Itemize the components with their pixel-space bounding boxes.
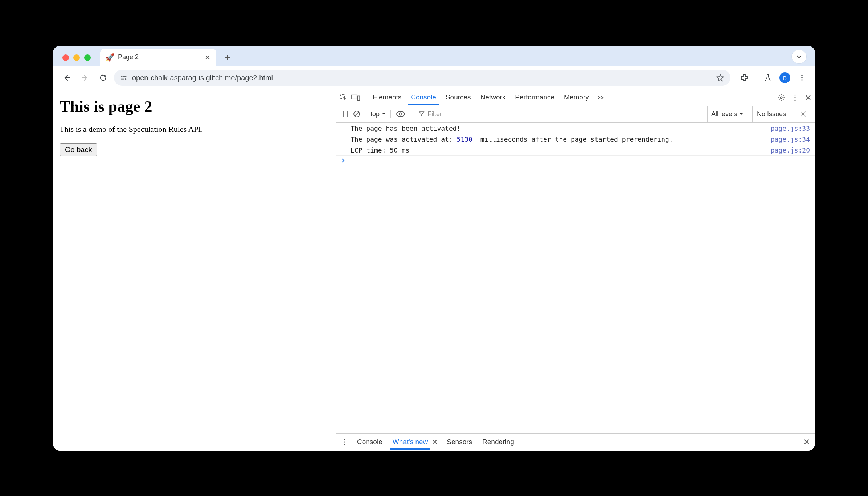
url-text: open-chalk-asparagus.glitch.me/page2.htm… — [132, 74, 712, 82]
drawer-menu-icon[interactable] — [341, 438, 348, 446]
console-message: The page has been activated! page.js:33 — [336, 123, 815, 134]
tab-favicon: 🚀 — [105, 53, 114, 62]
console-toolbar: top Filter All levels — [336, 106, 815, 123]
toggle-sidebar-icon[interactable] — [340, 110, 348, 118]
clear-console-icon[interactable] — [353, 110, 361, 118]
message-text: The page was activated at: 5130 millisec… — [351, 135, 765, 143]
labs-icon[interactable] — [761, 71, 774, 84]
drawer-tab-sensors[interactable]: Sensors — [446, 434, 473, 450]
devtools-settings-icon[interactable] — [777, 94, 785, 102]
drawer-close-icon[interactable] — [803, 439, 810, 445]
forward-button[interactable] — [78, 70, 92, 85]
svg-point-12 — [794, 97, 795, 98]
svg-point-18 — [397, 111, 405, 117]
svg-point-22 — [344, 441, 345, 442]
tab-strip: 🚀 Page 2 — [53, 46, 815, 66]
drawer-tab-close-icon[interactable] — [432, 439, 437, 444]
svg-rect-1 — [123, 76, 126, 77]
inspect-element-icon[interactable] — [340, 94, 348, 102]
drawer-tab-rendering[interactable]: Rendering — [482, 434, 515, 450]
devtools-close-icon[interactable] — [805, 94, 811, 101]
devtools-panel: Elements Console Sources Network Perform… — [336, 90, 815, 451]
svg-point-13 — [794, 99, 795, 101]
filter-icon — [419, 111, 425, 117]
tab-close-button[interactable] — [204, 54, 211, 61]
live-expression-icon[interactable] — [396, 111, 405, 117]
console-messages: The page has been activated! page.js:33 … — [336, 123, 815, 433]
browser-menu-icon[interactable] — [795, 71, 808, 84]
svg-point-20 — [802, 113, 804, 115]
browser-toolbar: open-chalk-asparagus.glitch.me/page2.htm… — [53, 66, 815, 90]
svg-rect-3 — [121, 79, 124, 80]
toolbar-right: B — [734, 71, 808, 84]
console-message: LCP time: 50 ms page.js:20 — [336, 145, 815, 156]
tabs-dropdown-button[interactable] — [792, 50, 806, 63]
devtools-drawer: Console What's new Sensors Rendering — [336, 433, 815, 451]
bookmark-star-icon[interactable] — [716, 73, 725, 82]
svg-line-17 — [355, 112, 359, 116]
issues-label: No Issues — [757, 110, 786, 118]
svg-rect-9 — [358, 96, 360, 100]
page-viewport: This is page 2 This is a demo of the Spe… — [53, 90, 336, 451]
profile-avatar[interactable]: B — [779, 72, 790, 83]
window-controls — [58, 54, 95, 66]
svg-point-5 — [801, 77, 803, 78]
address-bar[interactable]: open-chalk-asparagus.glitch.me/page2.htm… — [114, 70, 730, 86]
devtools-tab-bar: Elements Console Sources Network Perform… — [336, 90, 815, 106]
svg-rect-8 — [352, 95, 357, 99]
console-settings-icon[interactable] — [795, 110, 811, 118]
back-button[interactable] — [60, 70, 74, 85]
message-source-link[interactable]: page.js:34 — [771, 135, 810, 143]
svg-point-10 — [780, 97, 782, 99]
site-settings-icon[interactable] — [120, 74, 128, 82]
log-levels-selector[interactable]: All levels — [707, 106, 747, 122]
browser-tab[interactable]: 🚀 Page 2 — [100, 49, 216, 66]
tab-memory[interactable]: Memory — [562, 90, 590, 105]
message-source-link[interactable]: page.js:33 — [771, 125, 810, 132]
context-selector[interactable]: top — [370, 110, 386, 118]
filter-placeholder: Filter — [427, 110, 442, 118]
maximize-window-button[interactable] — [84, 54, 91, 61]
context-label: top — [370, 110, 380, 118]
tab-elements[interactable]: Elements — [371, 90, 403, 105]
reload-button[interactable] — [96, 70, 110, 85]
browser-window: 🚀 Page 2 open-chalk- — [53, 46, 815, 451]
drawer-tab-console[interactable]: Console — [356, 434, 383, 450]
svg-point-23 — [344, 444, 345, 445]
console-filter-input[interactable]: Filter — [415, 108, 702, 120]
issues-button[interactable]: No Issues — [752, 106, 790, 122]
console-prompt[interactable] — [336, 156, 815, 165]
device-toolbar-icon[interactable] — [351, 94, 360, 101]
svg-point-2 — [125, 78, 127, 80]
levels-label: All levels — [711, 110, 737, 118]
new-tab-button[interactable] — [220, 50, 234, 65]
tab-title: Page 2 — [118, 53, 200, 61]
more-tabs-icon[interactable] — [597, 95, 605, 100]
tab-performance[interactable]: Performance — [513, 90, 556, 105]
console-message: The page was activated at: 5130 millisec… — [336, 134, 815, 145]
message-text: The page has been activated! — [351, 125, 765, 132]
drawer-tab-whatsnew[interactable]: What's new — [392, 434, 429, 450]
page-paragraph: This is a demo of the Speculation Rules … — [60, 125, 329, 134]
close-window-button[interactable] — [62, 54, 69, 61]
message-source-link[interactable]: page.js:20 — [771, 146, 810, 154]
svg-point-6 — [801, 79, 803, 81]
message-text: LCP time: 50 ms — [351, 146, 765, 154]
svg-point-11 — [794, 94, 795, 95]
tab-console[interactable]: Console — [409, 90, 438, 105]
toolbar-divider — [756, 73, 756, 82]
svg-point-19 — [400, 113, 402, 115]
minimize-window-button[interactable] — [73, 54, 80, 61]
svg-rect-14 — [341, 111, 348, 117]
go-back-button[interactable]: Go back — [60, 143, 97, 156]
devtools-menu-icon[interactable] — [792, 94, 798, 101]
extensions-icon[interactable] — [738, 71, 751, 84]
page-heading: This is page 2 — [60, 97, 329, 116]
svg-point-4 — [801, 75, 803, 76]
tab-network[interactable]: Network — [479, 90, 507, 105]
content-area: This is page 2 This is a demo of the Spe… — [53, 90, 815, 451]
svg-point-21 — [344, 439, 345, 440]
tab-sources[interactable]: Sources — [444, 90, 472, 105]
svg-point-0 — [121, 76, 123, 77]
